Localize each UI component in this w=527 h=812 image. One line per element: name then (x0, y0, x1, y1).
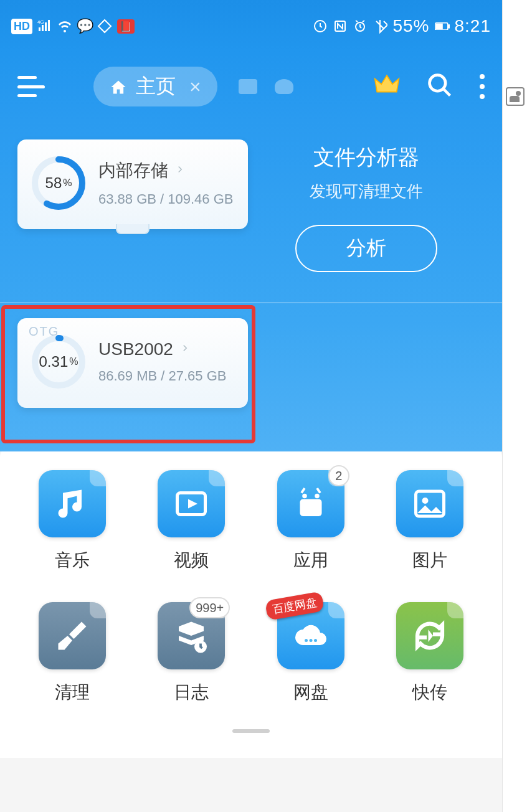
search-button[interactable] (426, 72, 453, 102)
category-music[interactable]: 音乐 (19, 470, 126, 572)
home-icon (110, 78, 127, 95)
svg-point-19 (305, 639, 308, 642)
category-broom[interactable]: 清理 (19, 602, 126, 704)
book-icon: 📕 (117, 19, 135, 34)
more-button[interactable] (480, 74, 485, 99)
section-divider (0, 302, 502, 303)
video-icon (158, 470, 225, 537)
sd-faded-icon[interactable] (239, 79, 257, 94)
svg-rect-5 (448, 25, 449, 28)
svg-point-14 (315, 494, 320, 499)
music-icon (39, 470, 106, 537)
category-log[interactable]: 999+ 日志 (138, 602, 245, 704)
category-label: 日志 (174, 681, 209, 704)
image-icon (396, 470, 463, 537)
analyzer-subtitle: 发现可清理文件 (310, 181, 423, 202)
hd-badge: HD (11, 19, 32, 34)
usb-title: USB2002 (98, 339, 173, 359)
category-cloud[interactable]: 百度网盘 网盘 (257, 602, 364, 704)
status-bar: HD 4G 💬 📕 55% 8:21 (0, 0, 502, 52)
gallery-icon[interactable] (506, 87, 525, 106)
battery-text: 55% (392, 16, 429, 36)
category-label: 应用 (293, 549, 328, 572)
category-label: 音乐 (55, 549, 90, 572)
usb-usage: 86.69 MB / 27.65 GB (98, 368, 235, 384)
clock: 8:21 (455, 16, 491, 36)
alarm-icon (353, 19, 368, 34)
tag-icon (97, 19, 112, 34)
sync-icon (313, 19, 328, 34)
internal-storage-card[interactable]: 58% 内部存储 63.88 GB / 109.46 GB (17, 139, 248, 229)
crown-icon[interactable] (374, 72, 400, 101)
analyze-button[interactable]: 分析 (295, 225, 437, 272)
tab-home[interactable]: 主页 × (93, 67, 217, 106)
badge: 2 (328, 465, 349, 486)
svg-point-13 (302, 494, 307, 499)
signal-icon: 4G (37, 19, 52, 34)
broom-icon (39, 602, 106, 669)
svg-point-21 (314, 639, 317, 642)
app-icon: 2 (277, 470, 344, 537)
category-label: 视频 (174, 549, 209, 572)
storage-section: 58% 内部存储 63.88 GB / 109.46 GB 文件分析器 发现可清… (0, 121, 502, 451)
category-app[interactable]: 2 应用 (257, 470, 364, 572)
cloud-icon: 百度网盘 (277, 602, 344, 669)
nfc-icon (333, 19, 348, 34)
analyzer-panel: 文件分析器 发现可清理文件 分析 (248, 139, 485, 272)
svg-point-7 (430, 75, 446, 92)
usb-storage-card[interactable]: OTG 0.31% USB2002 86.69 MB / 27.65 GB (17, 318, 248, 408)
category-label: 清理 (55, 681, 90, 704)
promo-badge: 百度网盘 (265, 591, 325, 620)
transfer-icon (396, 602, 463, 669)
category-section: 音乐 视频 2 应用 图片 清理 999+ 日志 (0, 445, 502, 758)
drag-handle[interactable] (232, 729, 270, 733)
badge: 999+ (189, 597, 230, 618)
tab-label: 主页 (136, 73, 176, 100)
category-video[interactable]: 视频 (138, 470, 245, 572)
wifi-icon (57, 19, 72, 34)
svg-point-17 (422, 498, 429, 504)
chat-icon: 💬 (77, 19, 92, 34)
category-label: 图片 (412, 549, 447, 572)
category-transfer[interactable]: 快传 (377, 602, 484, 704)
category-label: 快传 (412, 681, 447, 704)
close-icon[interactable]: × (189, 75, 201, 98)
battery-icon (435, 19, 450, 34)
cloud-faded-icon[interactable] (275, 79, 293, 94)
edge-strip (502, 0, 527, 812)
chevron-right-icon (179, 342, 191, 356)
internal-title: 内部存储 (98, 159, 168, 182)
svg-rect-15 (300, 499, 321, 517)
svg-text:4G: 4G (37, 19, 44, 25)
svg-point-20 (309, 639, 312, 642)
category-image[interactable]: 图片 (377, 470, 484, 572)
menu-button[interactable] (17, 76, 45, 97)
chevron-right-icon (174, 164, 186, 177)
analyzer-title: 文件分析器 (313, 143, 419, 172)
log-icon: 999+ (158, 602, 225, 669)
internal-usage-ring: 58% (30, 154, 87, 212)
usb-usage-ring: 0.31% (30, 333, 87, 390)
category-label: 网盘 (293, 681, 328, 704)
svg-rect-6 (436, 24, 442, 29)
bluetooth-icon (373, 19, 387, 34)
app-header: 主页 × (0, 52, 502, 121)
internal-usage: 63.88 GB / 109.46 GB (98, 191, 235, 207)
